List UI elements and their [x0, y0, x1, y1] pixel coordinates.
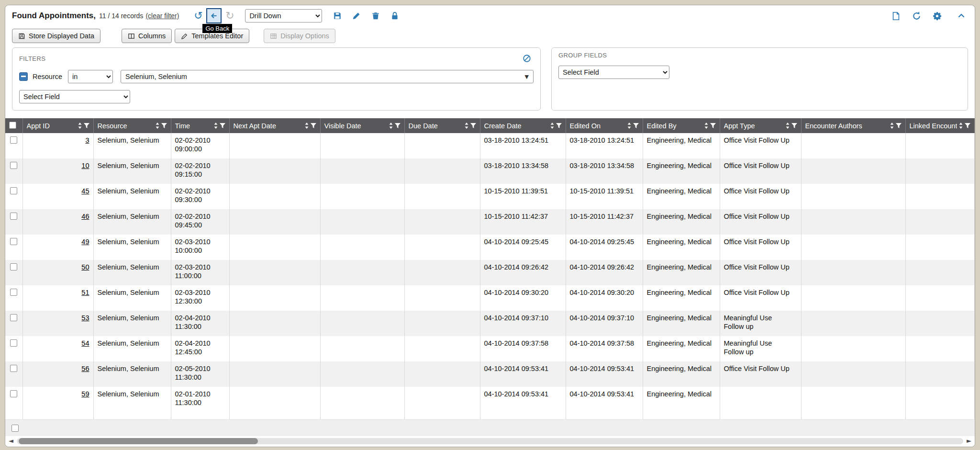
sort-icon[interactable] [550, 123, 554, 129]
column-header-next-apt-date[interactable]: Next Apt Date [229, 118, 320, 133]
appt-id-link[interactable]: 51 [81, 289, 89, 296]
filter-icon[interactable] [965, 123, 970, 129]
row-checkbox[interactable] [10, 213, 17, 220]
row-checkbox[interactable] [10, 390, 17, 397]
filter-icon[interactable] [633, 123, 639, 129]
cell-create-date: 03-18-2010 13:24:51 [480, 133, 566, 158]
appt-id-link[interactable]: 50 [81, 263, 89, 271]
cell-create-date: 03-18-2010 13:34:58 [480, 158, 566, 184]
sort-icon[interactable] [156, 123, 159, 129]
select-all-checkbox[interactable] [9, 122, 16, 129]
scrollbar-thumb[interactable] [19, 438, 258, 444]
go-back-button[interactable]: Go Back [206, 8, 222, 23]
refresh-button[interactable] [910, 9, 923, 22]
appt-id-link[interactable]: 49 [81, 238, 89, 246]
appt-id-link[interactable]: 56 [81, 365, 89, 372]
export-document-button[interactable] [889, 9, 902, 22]
table-row: 50Selenium, Selenium02-03-2010 11:00:000… [5, 260, 975, 285]
column-header-due-date[interactable]: Due Date [404, 118, 480, 133]
sort-icon[interactable] [465, 123, 468, 129]
filter-icon[interactable] [220, 123, 225, 129]
drill-down-select[interactable]: Drill Down [245, 9, 322, 22]
filter-icon[interactable] [311, 123, 316, 129]
save-view-button[interactable] [331, 9, 344, 22]
delete-view-button[interactable] [369, 9, 382, 22]
row-checkbox[interactable] [10, 314, 17, 321]
column-header-appt-id[interactable]: Appt ID [22, 118, 93, 133]
cell-linked-encounters [905, 209, 975, 235]
appt-id-link[interactable]: 10 [81, 162, 89, 169]
cell-appt-id: 51 [22, 285, 93, 311]
row-checkbox[interactable] [11, 425, 19, 432]
row-checkbox[interactable] [10, 238, 17, 245]
toolbar: Store Displayed Data Columns Templates E… [5, 26, 975, 45]
row-checkbox[interactable] [10, 136, 17, 144]
scrollbar-track[interactable] [17, 438, 963, 444]
filter-icon[interactable] [84, 123, 89, 129]
sort-icon[interactable] [389, 123, 393, 129]
undo-button[interactable]: ↺ [191, 9, 205, 22]
clear-filters-button[interactable] [520, 52, 534, 65]
appt-id-link[interactable]: 45 [81, 187, 89, 195]
cell-due-date [404, 133, 480, 158]
row-checkbox[interactable] [10, 289, 17, 296]
display-options-button[interactable]: Display Options [264, 29, 335, 43]
column-header-edited-by[interactable]: Edited By [643, 118, 720, 133]
appt-id-link[interactable]: 3 [85, 136, 89, 144]
sort-icon[interactable] [78, 123, 82, 129]
lock-view-button[interactable] [388, 9, 401, 22]
row-checkbox[interactable] [10, 187, 17, 194]
filter-icon[interactable] [395, 123, 401, 129]
row-checkbox[interactable] [10, 263, 17, 270]
filter-icon[interactable] [556, 123, 562, 129]
column-header-linked-encounters[interactable]: Linked Encounters [905, 118, 975, 133]
sort-icon[interactable] [305, 123, 309, 129]
row-checkbox[interactable] [10, 339, 17, 347]
appt-id-link[interactable]: 53 [81, 314, 89, 322]
cell-checkbox [5, 387, 22, 412]
sort-icon[interactable] [214, 123, 218, 129]
column-header-resource[interactable]: Resource [93, 118, 171, 133]
filter-icon[interactable] [791, 123, 797, 129]
filter-icon[interactable] [470, 123, 476, 129]
filter-icon[interactable] [710, 123, 716, 129]
filter-enabled-checkbox[interactable] [19, 72, 28, 81]
row-checkbox[interactable] [10, 365, 17, 372]
column-header-appt-type[interactable]: Appt Type [720, 118, 801, 133]
cell-encounter-authors [801, 133, 905, 158]
cell-linked-encounters [905, 184, 975, 209]
sort-icon[interactable] [959, 123, 963, 129]
column-header-create-date[interactable]: Create Date [480, 118, 566, 133]
filter-operator-select[interactable]: in [68, 70, 113, 83]
sort-icon[interactable] [890, 123, 894, 129]
scroll-left-arrow[interactable]: ◄ [9, 438, 13, 444]
sort-icon[interactable] [786, 123, 790, 129]
row-checkbox[interactable] [10, 162, 17, 169]
column-header-edited-on[interactable]: Edited On [566, 118, 643, 133]
horizontal-scrollbar: ◄ ► [5, 436, 975, 447]
appt-id-link[interactable]: 54 [81, 339, 89, 347]
cell-linked-encounters [905, 361, 975, 387]
column-header-time[interactable]: Time [171, 118, 229, 133]
cell-appt-id: 45 [22, 184, 93, 209]
column-header-visible-date[interactable]: Visible Date [320, 118, 404, 133]
edit-view-button[interactable] [350, 9, 363, 22]
add-filter-field-select[interactable]: Select Field [19, 90, 130, 103]
collapse-panel-button[interactable] [955, 9, 968, 22]
filter-icon[interactable] [896, 123, 902, 129]
store-displayed-data-button[interactable]: Store Displayed Data [12, 29, 100, 43]
filter-value-combobox[interactable]: Selenium, Selenium ▼ [121, 70, 534, 83]
add-group-field-select[interactable]: Select Field [558, 66, 669, 79]
column-header-encounter-authors[interactable]: Encounter Authors [801, 118, 905, 133]
settings-button[interactable] [930, 9, 944, 22]
sort-icon[interactable] [704, 123, 708, 129]
columns-button[interactable]: Columns [122, 29, 172, 43]
cell-create-date: 04-10-2014 09:37:58 [480, 336, 566, 361]
clear-filter-link[interactable]: (clear filter) [145, 12, 179, 20]
appt-id-link[interactable]: 59 [81, 390, 89, 398]
filter-icon[interactable] [161, 123, 167, 129]
scroll-right-arrow[interactable]: ► [967, 438, 971, 444]
appt-id-link[interactable]: 46 [81, 213, 89, 220]
redo-button[interactable]: ↻ [223, 9, 236, 22]
sort-icon[interactable] [627, 123, 631, 129]
